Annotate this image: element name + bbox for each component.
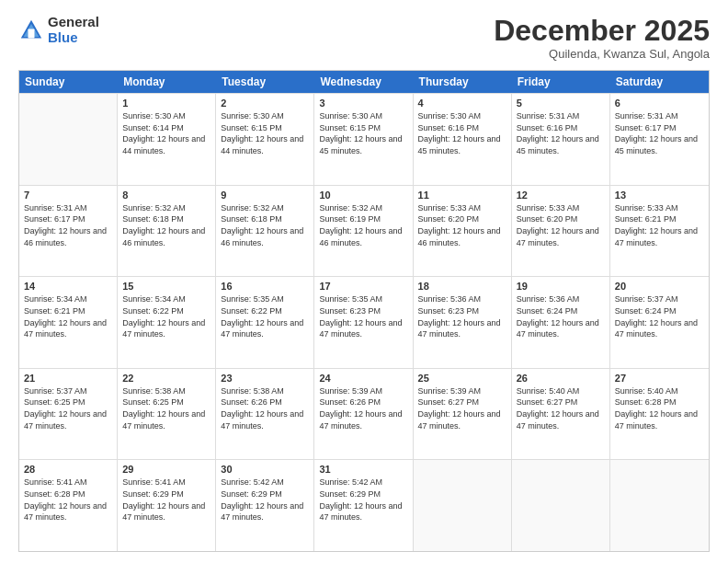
day-info: Sunrise: 5:34 AMSunset: 6:22 PMDaylight:… <box>122 293 210 339</box>
day-header-sunday: Sunday <box>19 71 118 93</box>
calendar-week-4: 21Sunrise: 5:37 AMSunset: 6:25 PMDayligh… <box>19 368 709 460</box>
day-info: Sunrise: 5:30 AMSunset: 6:16 PMDaylight:… <box>418 110 506 156</box>
day-info: Sunrise: 5:36 AMSunset: 6:24 PMDaylight:… <box>517 293 605 339</box>
day-cell-29: 29Sunrise: 5:41 AMSunset: 6:29 PMDayligh… <box>118 460 216 551</box>
title-area: December 2025 Quilenda, Kwanza Sul, Ango… <box>494 15 710 61</box>
day-number: 2 <box>221 98 309 109</box>
day-number: 14 <box>24 281 112 292</box>
day-info: Sunrise: 5:42 AMSunset: 6:29 PMDaylight:… <box>319 477 407 523</box>
day-number: 1 <box>122 98 210 109</box>
day-cell-10: 10Sunrise: 5:32 AMSunset: 6:19 PMDayligh… <box>314 186 413 277</box>
day-info: Sunrise: 5:37 AMSunset: 6:25 PMDaylight:… <box>24 385 112 431</box>
day-number: 13 <box>615 190 704 201</box>
day-number: 26 <box>517 373 605 384</box>
day-cell-9: 9Sunrise: 5:32 AMSunset: 6:18 PMDaylight… <box>216 186 314 277</box>
day-info: Sunrise: 5:38 AMSunset: 6:26 PMDaylight:… <box>221 385 309 431</box>
svg-rect-2 <box>28 29 35 38</box>
header: General Blue December 2025 Quilenda, Kwa… <box>18 15 710 61</box>
calendar-body: 1Sunrise: 5:30 AMSunset: 6:14 PMDaylight… <box>19 93 709 551</box>
day-number: 11 <box>418 190 506 201</box>
subtitle: Quilenda, Kwanza Sul, Angola <box>494 47 710 61</box>
day-cell-12: 12Sunrise: 5:33 AMSunset: 6:20 PMDayligh… <box>512 186 610 277</box>
day-cell-31: 31Sunrise: 5:42 AMSunset: 6:29 PMDayligh… <box>314 460 413 551</box>
day-number: 4 <box>418 98 506 109</box>
day-number: 3 <box>319 98 407 109</box>
logo-text: General Blue <box>48 15 99 45</box>
day-header-tuesday: Tuesday <box>216 71 314 93</box>
day-number: 25 <box>418 373 506 384</box>
day-info: Sunrise: 5:39 AMSunset: 6:26 PMDaylight:… <box>319 385 407 431</box>
day-cell-16: 16Sunrise: 5:35 AMSunset: 6:22 PMDayligh… <box>216 277 314 368</box>
day-header-friday: Friday <box>512 71 610 93</box>
day-cell-3: 3Sunrise: 5:30 AMSunset: 6:15 PMDaylight… <box>314 94 413 185</box>
day-cell-13: 13Sunrise: 5:33 AMSunset: 6:21 PMDayligh… <box>610 186 709 277</box>
day-cell-14: 14Sunrise: 5:34 AMSunset: 6:21 PMDayligh… <box>19 277 118 368</box>
day-cell-6: 6Sunrise: 5:31 AMSunset: 6:17 PMDaylight… <box>610 94 709 185</box>
day-number: 12 <box>517 190 605 201</box>
day-info: Sunrise: 5:32 AMSunset: 6:19 PMDaylight:… <box>319 202 407 248</box>
logo-blue: Blue <box>48 30 99 46</box>
day-info: Sunrise: 5:37 AMSunset: 6:24 PMDaylight:… <box>615 293 704 339</box>
day-info: Sunrise: 5:36 AMSunset: 6:23 PMDaylight:… <box>418 293 506 339</box>
day-number: 23 <box>221 373 309 384</box>
day-info: Sunrise: 5:33 AMSunset: 6:20 PMDaylight:… <box>517 202 605 248</box>
day-number: 22 <box>122 373 210 384</box>
day-cell-18: 18Sunrise: 5:36 AMSunset: 6:23 PMDayligh… <box>414 277 512 368</box>
day-cell-5: 5Sunrise: 5:31 AMSunset: 6:16 PMDaylight… <box>512 94 610 185</box>
day-info: Sunrise: 5:34 AMSunset: 6:21 PMDaylight:… <box>24 293 112 339</box>
calendar-week-3: 14Sunrise: 5:34 AMSunset: 6:21 PMDayligh… <box>19 276 709 368</box>
day-number: 16 <box>221 281 309 292</box>
day-cell-empty <box>610 460 709 551</box>
day-cell-2: 2Sunrise: 5:30 AMSunset: 6:15 PMDaylight… <box>216 94 314 185</box>
logo: General Blue <box>18 15 99 45</box>
day-info: Sunrise: 5:40 AMSunset: 6:28 PMDaylight:… <box>615 385 704 431</box>
day-cell-30: 30Sunrise: 5:42 AMSunset: 6:29 PMDayligh… <box>216 460 314 551</box>
day-number: 18 <box>418 281 506 292</box>
day-info: Sunrise: 5:42 AMSunset: 6:29 PMDaylight:… <box>221 477 309 523</box>
day-info: Sunrise: 5:35 AMSunset: 6:22 PMDaylight:… <box>221 293 309 339</box>
day-info: Sunrise: 5:38 AMSunset: 6:25 PMDaylight:… <box>122 385 210 431</box>
day-info: Sunrise: 5:31 AMSunset: 6:17 PMDaylight:… <box>615 110 704 156</box>
day-cell-27: 27Sunrise: 5:40 AMSunset: 6:28 PMDayligh… <box>610 369 709 460</box>
day-cell-23: 23Sunrise: 5:38 AMSunset: 6:26 PMDayligh… <box>216 369 314 460</box>
day-number: 17 <box>319 281 407 292</box>
day-number: 28 <box>24 464 112 475</box>
day-number: 31 <box>319 464 407 475</box>
day-number: 21 <box>24 373 112 384</box>
day-number: 30 <box>221 464 309 475</box>
logo-general: General <box>48 15 99 30</box>
day-number: 9 <box>221 190 309 201</box>
day-header-wednesday: Wednesday <box>314 71 413 93</box>
day-cell-19: 19Sunrise: 5:36 AMSunset: 6:24 PMDayligh… <box>512 277 610 368</box>
day-header-thursday: Thursday <box>414 71 512 93</box>
day-number: 5 <box>517 98 605 109</box>
day-info: Sunrise: 5:33 AMSunset: 6:20 PMDaylight:… <box>418 202 506 248</box>
day-number: 27 <box>615 373 704 384</box>
day-number: 24 <box>319 373 407 384</box>
day-info: Sunrise: 5:30 AMSunset: 6:14 PMDaylight:… <box>122 110 210 156</box>
day-cell-22: 22Sunrise: 5:38 AMSunset: 6:25 PMDayligh… <box>118 369 216 460</box>
day-cell-28: 28Sunrise: 5:41 AMSunset: 6:28 PMDayligh… <box>19 460 118 551</box>
day-cell-4: 4Sunrise: 5:30 AMSunset: 6:16 PMDaylight… <box>414 94 512 185</box>
day-number: 8 <box>122 190 210 201</box>
day-number: 29 <box>122 464 210 475</box>
day-cell-26: 26Sunrise: 5:40 AMSunset: 6:27 PMDayligh… <box>512 369 610 460</box>
day-cell-25: 25Sunrise: 5:39 AMSunset: 6:27 PMDayligh… <box>414 369 512 460</box>
day-cell-24: 24Sunrise: 5:39 AMSunset: 6:26 PMDayligh… <box>314 369 413 460</box>
day-number: 19 <box>517 281 605 292</box>
day-cell-empty <box>512 460 610 551</box>
day-cell-8: 8Sunrise: 5:32 AMSunset: 6:18 PMDaylight… <box>118 186 216 277</box>
day-cell-21: 21Sunrise: 5:37 AMSunset: 6:25 PMDayligh… <box>19 369 118 460</box>
day-info: Sunrise: 5:30 AMSunset: 6:15 PMDaylight:… <box>221 110 309 156</box>
day-info: Sunrise: 5:30 AMSunset: 6:15 PMDaylight:… <box>319 110 407 156</box>
calendar-week-5: 28Sunrise: 5:41 AMSunset: 6:28 PMDayligh… <box>19 459 709 551</box>
calendar-week-2: 7Sunrise: 5:31 AMSunset: 6:17 PMDaylight… <box>19 185 709 277</box>
day-header-monday: Monday <box>118 71 216 93</box>
day-cell-empty <box>414 460 512 551</box>
day-info: Sunrise: 5:40 AMSunset: 6:27 PMDaylight:… <box>517 385 605 431</box>
day-info: Sunrise: 5:35 AMSunset: 6:23 PMDaylight:… <box>319 293 407 339</box>
logo-icon <box>18 17 44 43</box>
day-cell-empty <box>19 94 118 185</box>
calendar-week-1: 1Sunrise: 5:30 AMSunset: 6:14 PMDaylight… <box>19 93 709 185</box>
day-info: Sunrise: 5:33 AMSunset: 6:21 PMDaylight:… <box>615 202 704 248</box>
